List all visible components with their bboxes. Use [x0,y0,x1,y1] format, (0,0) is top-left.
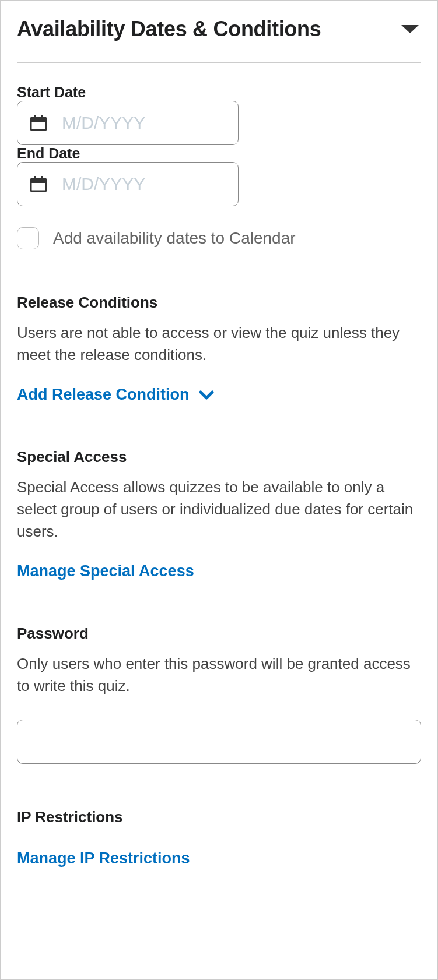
add-release-condition-link[interactable]: Add Release Condition [17,386,214,404]
add-to-calendar-row[interactable]: Add availability dates to Calendar [17,227,421,249]
password-description: Only users who enter this password will … [17,653,421,697]
end-date-input[interactable] [62,174,283,194]
calendar-icon [29,175,48,193]
svg-rect-3 [34,115,36,119]
chevron-down-icon [399,23,421,36]
manage-special-access-link[interactable]: Manage Special Access [17,562,194,580]
manage-special-access-label: Manage Special Access [17,562,194,580]
end-date-field[interactable] [17,162,239,206]
svg-rect-2 [31,118,46,122]
svg-marker-0 [401,25,419,33]
start-date-label: Start Date [17,84,86,100]
manage-ip-restrictions-link[interactable]: Manage IP Restrictions [17,849,190,868]
password-heading: Password [17,625,421,643]
svg-rect-6 [31,179,46,183]
svg-rect-7 [34,176,36,181]
add-release-condition-label: Add Release Condition [17,386,190,404]
password-input[interactable] [17,720,421,764]
panel-title: Availability Dates & Conditions [17,17,321,41]
svg-rect-4 [41,115,43,119]
special-access-heading: Special Access [17,448,421,466]
chevron-down-icon [199,390,214,400]
add-to-calendar-checkbox[interactable] [17,227,39,249]
start-date-input[interactable] [62,113,283,133]
ip-restrictions-heading: IP Restrictions [17,808,421,826]
calendar-icon [29,114,48,132]
collapse-toggle[interactable] [399,23,421,36]
start-date-field[interactable] [17,101,239,145]
add-to-calendar-label: Add availability dates to Calendar [53,229,296,248]
panel-header: Availability Dates & Conditions [17,17,421,63]
release-conditions-description: Users are not able to access or view the… [17,322,421,366]
svg-rect-8 [41,176,43,181]
manage-ip-restrictions-label: Manage IP Restrictions [17,849,190,868]
release-conditions-heading: Release Conditions [17,294,421,312]
end-date-label: End Date [17,145,80,161]
special-access-description: Special Access allows quizzes to be avai… [17,477,421,542]
